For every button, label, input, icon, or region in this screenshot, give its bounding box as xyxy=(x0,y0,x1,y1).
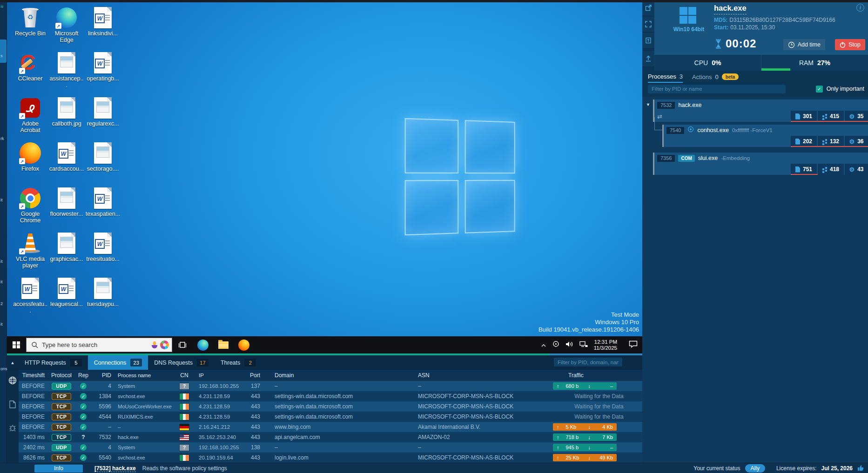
stop-button[interactable]: Stop xyxy=(835,39,865,50)
nav-item-fragment[interactable]: s xyxy=(0,53,3,58)
modules-counter[interactable]: 132 xyxy=(818,136,844,147)
nav-item-fragment[interactable]: it xyxy=(0,259,3,264)
add-time-button[interactable]: Add time xyxy=(783,39,825,50)
registry-counter[interactable]: ⚙35 xyxy=(845,111,868,122)
debug-view-button[interactable] xyxy=(9,424,16,433)
registry-counter[interactable]: ⚙36 xyxy=(845,136,868,147)
desktop-icon[interactable]: Waccessfeatu... xyxy=(12,274,48,320)
tab-processes[interactable]: Processes3 xyxy=(648,71,683,83)
nav-item-fragment[interactable]: it xyxy=(0,322,3,326)
desktop-icon[interactable]: ↗Adobe Acrobat xyxy=(12,94,48,139)
start-button[interactable] xyxy=(7,336,26,353)
desktop-icon[interactable]: sectorago.... xyxy=(85,139,121,184)
process-row-sluiexe[interactable]: 7356COMslui.exe-Embedding751418⚙43 xyxy=(653,153,868,175)
text-tool-button[interactable] xyxy=(642,33,654,49)
desktop-icon[interactable]: ↗Firefox xyxy=(12,139,48,184)
upload-button[interactable] xyxy=(642,51,654,67)
table-row[interactable]: 8626 msTCP✓5540svchost.exe20.190.159.644… xyxy=(19,453,642,463)
files-view-button[interactable] xyxy=(9,400,16,410)
desktop-icon[interactable]: floorwester... xyxy=(48,184,85,229)
process-row-hackexe[interactable]: ▼7532hack.exe⇄301415⚙35 xyxy=(653,100,868,122)
network-button[interactable] xyxy=(579,341,588,349)
nav-item-fragment[interactable]: it xyxy=(0,198,3,202)
files-counter[interactable]: 202 xyxy=(791,136,817,147)
files-counter[interactable]: 751 xyxy=(791,164,817,175)
country-flag-icon xyxy=(180,424,189,430)
open-new-window-button[interactable] xyxy=(642,0,654,16)
only-important-toggle[interactable]: ✓ Only important xyxy=(816,86,864,93)
sample-title[interactable]: hack.exe xyxy=(714,4,747,14)
table-row[interactable]: 2402 msUDP✓4System?192.168.100.255138––↑… xyxy=(19,442,642,453)
taskbar-explorer-button[interactable] xyxy=(213,336,234,353)
desktop-icon[interactable]: Wlinksindivi... xyxy=(85,4,121,49)
word-w-glyph: W xyxy=(22,284,32,294)
modules-counter[interactable]: 415 xyxy=(818,111,844,122)
nav-item-fragment[interactable]: rk xyxy=(0,136,4,141)
desktop-icon[interactable]: Wtexaspatien... xyxy=(85,184,121,229)
desktop-icon[interactable]: C↗CCleaner xyxy=(12,49,48,94)
action-center-button[interactable] xyxy=(629,340,638,350)
taskbar-clock[interactable]: 12:31 PM 11/3/2025 xyxy=(594,339,617,351)
modules-counter[interactable]: 418 xyxy=(818,164,844,175)
table-row[interactable]: BEFORETCP✓5596MoUsoCoreWorker.exe4.231.1… xyxy=(19,401,642,412)
shortcut-arrow-icon: ↗ xyxy=(19,203,25,209)
nav-active-item[interactable] xyxy=(0,40,7,63)
image-icon xyxy=(55,52,78,74)
volume-button[interactable] xyxy=(565,341,573,349)
download-arrow-icon: ↓ xyxy=(588,434,591,440)
fullscreen-button[interactable] xyxy=(642,16,654,33)
tab-http-requests[interactable]: HTTP Requests5 xyxy=(19,355,88,370)
registry-counter[interactable]: ⚙43 xyxy=(845,164,868,175)
left-nav-strip[interactable]: ≈ srkititit2itons xyxy=(0,0,7,463)
panel-collapse-button[interactable]: ▲ xyxy=(7,360,19,365)
taskbar-search-input[interactable]: Type here to search xyxy=(26,338,172,352)
table-row[interactable]: BEFORETCP✓1384svchost.exe4.231.128.59443… xyxy=(19,391,642,401)
table-row[interactable]: BEFORETCP✓––2.16.241.212443www.bing.comA… xyxy=(19,422,642,432)
desktop-icon[interactable]: ♻Recycle Bin xyxy=(12,4,48,49)
cell-asn: MICROSOFT-CORP-MSN-AS-BLOCK xyxy=(418,393,546,400)
tab-actions[interactable]: Actions0beta xyxy=(692,71,739,83)
tray-chevron-button[interactable] xyxy=(541,341,546,349)
desktop-icon[interactable]: Woperatingb... xyxy=(85,49,121,94)
info-badge[interactable]: Info xyxy=(34,465,83,473)
table-row[interactable]: BEFORETCP✓4544RUXIMICS.exe4.231.128.5944… xyxy=(19,412,642,422)
windows-desktop[interactable]: ♻Recycle Bin↗Microsoft EdgeWlinksindivi.… xyxy=(7,0,642,336)
desktop-icon[interactable]: tuesdaypu... xyxy=(85,274,121,320)
desktop-icon[interactable]: Wleaguescal... xyxy=(48,274,85,320)
desktop-icon[interactable]: ↗Microsoft Edge xyxy=(48,4,85,49)
desktop-icon[interactable]: ↗VLC media player xyxy=(12,229,48,274)
taskbar-edge-button[interactable] xyxy=(193,336,213,353)
feedback-button[interactable] xyxy=(857,465,864,473)
traffic-up-value: 718 b xyxy=(562,434,585,440)
tab-threats[interactable]: Threats2 xyxy=(215,355,262,370)
globe-view-button[interactable] xyxy=(8,376,17,386)
task-view-button[interactable] xyxy=(172,336,193,353)
desktop-icon[interactable]: graphicsac... xyxy=(48,229,85,274)
desktop-icon[interactable]: callboth.jpg xyxy=(48,94,85,139)
desktop-icon[interactable]: Wtreesituatio... xyxy=(85,229,121,274)
tab-dns-requests[interactable]: DNS Requests17 xyxy=(148,355,215,370)
desktop-icon[interactable]: regularexc... xyxy=(85,94,121,139)
desktop-icon[interactable]: ↗Google Chrome xyxy=(12,184,48,229)
taskbar-firefox-button[interactable] xyxy=(234,336,254,353)
tray-app-button[interactable] xyxy=(552,340,559,349)
nav-item-fragment[interactable]: ons xyxy=(0,366,7,371)
cell-traffic: Waiting for the Data xyxy=(546,403,642,410)
expand-toggle-icon[interactable]: ▼ xyxy=(646,102,650,107)
files-counter[interactable]: 301 xyxy=(791,111,817,122)
table-row[interactable]: 1403 msTCP?7532hack.exe35.162.253.240443… xyxy=(19,432,642,442)
process-row-conhostexe[interactable]: 7540conhost.exe0xffffffff -ForceV1202132… xyxy=(662,125,868,147)
nav-item-fragment[interactable]: 2 xyxy=(0,301,3,306)
check-icon: ✓ xyxy=(80,413,87,420)
status-value-badge[interactable]: Ally xyxy=(745,464,765,473)
nav-item-fragment[interactable]: it xyxy=(0,280,3,284)
info-icon[interactable]: i xyxy=(856,4,864,12)
desktop-icon[interactable]: Wcardsaccou... xyxy=(48,139,85,184)
desktop-icon[interactable]: assistancep... xyxy=(48,49,85,94)
search-highlight-icons[interactable] xyxy=(150,340,169,349)
process-filter-input[interactable] xyxy=(648,85,786,93)
status-process-ref[interactable]: [7532] hack.exe xyxy=(94,465,136,472)
network-filter-input[interactable] xyxy=(554,358,622,366)
table-row[interactable]: BEFOREUDP✓4System?192.168.100.255137––↑6… xyxy=(19,381,642,391)
tab-connections[interactable]: Connections23 xyxy=(88,355,148,370)
